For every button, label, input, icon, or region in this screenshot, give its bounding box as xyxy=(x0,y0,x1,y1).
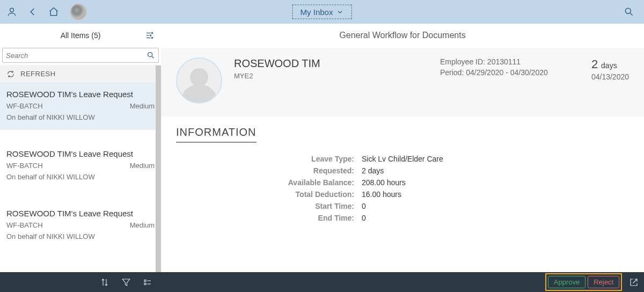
list-header-title: All Items (5) xyxy=(61,31,101,40)
info-value: 2 days xyxy=(358,166,629,175)
reject-button[interactable]: Reject xyxy=(588,276,619,288)
employee-name: ROSEWOOD TIM xyxy=(234,57,428,70)
top-search-icon[interactable] xyxy=(624,6,634,17)
list-pane: REFRESH ROSEWOOD TIM's Leave RequestWF-B… xyxy=(0,48,161,272)
list-item-title: ROSEWOOD TIM's Leave Request xyxy=(6,90,155,99)
employee-sub: MYE2 xyxy=(234,72,428,80)
svg-line-2 xyxy=(631,13,633,16)
main-area: REFRESH ROSEWOOD TIM's Leave RequestWF-B… xyxy=(0,48,644,272)
sub-header: All Items (5) General Workflow for Docum… xyxy=(0,24,644,48)
summary-right: 2 days 04/13/2020 xyxy=(591,57,629,81)
seal-logo xyxy=(70,3,87,20)
list-item-title: ROSEWOOD TIM's Leave Request xyxy=(6,149,155,158)
info-value: Sick Lv Child/Elder Care xyxy=(358,155,629,163)
back-icon[interactable] xyxy=(28,7,38,17)
page-title-text: My Inbox xyxy=(301,8,333,17)
info-label: End Time: xyxy=(176,214,358,222)
item-list: ROSEWOOD TIM's Leave RequestWF-BATCHMedi… xyxy=(0,83,161,272)
filter-icon[interactable] xyxy=(121,278,131,287)
detail-header-title: General Workflow for Documents xyxy=(339,31,465,40)
days-number: 2 xyxy=(591,57,598,71)
svg-marker-11 xyxy=(122,279,130,286)
employee-id: Employee ID: 20130111 xyxy=(440,57,580,66)
list-item[interactable]: ROSEWOOD TIM's Leave RequestWF-BATCHMedi… xyxy=(0,83,161,130)
search-input[interactable] xyxy=(6,52,147,60)
info-label: Leave Type: xyxy=(176,155,358,163)
list-item-batch: WF-BATCH xyxy=(6,102,43,110)
info-label: Total Deduction: xyxy=(176,190,358,199)
scrollbar[interactable] xyxy=(156,65,161,272)
list-header: All Items (5) xyxy=(0,24,161,47)
svg-point-6 xyxy=(151,32,152,33)
list-item[interactable]: ROSEWOOD TIM's Leave RequestWF-BATCHMedi… xyxy=(0,143,161,189)
list-item-behalf: On behalf of NIKKI WILLOW xyxy=(6,173,155,181)
summary-meta: Employee ID: 20130111 Period: 04/29/2020… xyxy=(440,57,580,77)
group-icon[interactable] xyxy=(143,278,152,287)
avatar xyxy=(176,57,222,104)
svg-rect-12 xyxy=(144,280,146,281)
list-item-priority: Medium xyxy=(130,102,155,110)
summary-date: 04/13/2020 xyxy=(591,72,629,81)
svg-line-10 xyxy=(152,56,153,58)
svg-point-7 xyxy=(150,35,151,36)
sort-settings-icon[interactable] xyxy=(145,31,155,40)
refresh-icon xyxy=(6,70,15,78)
summary-text: ROSEWOOD TIM MYE2 xyxy=(234,57,428,80)
home-icon[interactable] xyxy=(48,6,59,17)
info-label: Start Time: xyxy=(176,202,358,210)
search-box[interactable] xyxy=(2,48,159,63)
list-item[interactable]: ROSEWOOD TIM's Leave RequestWF-BATCHMedi… xyxy=(0,202,161,249)
list-item-behalf: On behalf of NIKKI WILLOW xyxy=(6,113,155,121)
svg-point-1 xyxy=(625,8,631,13)
detail-pane: ROSEWOOD TIM MYE2 Employee ID: 20130111 … xyxy=(161,48,644,272)
info-label: Available Balance: xyxy=(176,178,358,187)
info-value: 16.00 hours xyxy=(358,190,629,199)
footer: Approve Reject xyxy=(0,272,644,292)
summary-block: ROSEWOOD TIM MYE2 Employee ID: 20130111 … xyxy=(161,48,644,116)
svg-point-8 xyxy=(151,37,152,38)
topbar-left xyxy=(6,3,87,20)
svg-point-0 xyxy=(10,8,14,12)
days-label: days xyxy=(601,61,617,70)
sort-icon[interactable] xyxy=(100,278,109,287)
info-value: 0 xyxy=(358,214,629,222)
list-item-batch: WF-BATCH xyxy=(6,162,43,170)
user-icon[interactable] xyxy=(6,6,17,17)
list-item-priority: Medium xyxy=(130,162,155,170)
footer-right: Approve Reject xyxy=(161,272,644,292)
refresh-button[interactable]: REFRESH xyxy=(0,65,161,83)
info-title: INFORMATION xyxy=(176,126,257,143)
top-bar: My Inbox xyxy=(0,0,644,24)
svg-point-9 xyxy=(148,53,152,57)
list-item-priority: Medium xyxy=(130,221,155,229)
svg-rect-13 xyxy=(144,283,146,284)
info-value: 208.00 hours xyxy=(358,178,629,187)
info-label: Requested: xyxy=(176,166,358,175)
page-title-dropdown[interactable]: My Inbox xyxy=(292,5,352,19)
info-grid: Leave Type:Sick Lv Child/Elder CareReque… xyxy=(176,155,629,222)
approve-button[interactable]: Approve xyxy=(548,276,586,288)
list-item-title: ROSEWOOD TIM's Leave Request xyxy=(6,209,155,218)
chevron-down-icon xyxy=(336,8,343,16)
list-item-batch: WF-BATCH xyxy=(6,221,43,229)
action-highlight: Approve Reject xyxy=(547,275,620,289)
info-value: 0 xyxy=(358,202,629,210)
refresh-label: REFRESH xyxy=(20,70,56,78)
detail-header: General Workflow for Documents xyxy=(161,24,644,47)
period: Period: 04/29/2020 - 04/30/2020 xyxy=(440,68,580,77)
search-icon[interactable] xyxy=(147,51,155,60)
list-item-behalf: On behalf of NIKKI WILLOW xyxy=(6,232,155,240)
footer-left xyxy=(0,272,161,292)
share-icon[interactable] xyxy=(629,278,639,287)
info-section: INFORMATION Leave Type:Sick Lv Child/Eld… xyxy=(161,116,644,232)
